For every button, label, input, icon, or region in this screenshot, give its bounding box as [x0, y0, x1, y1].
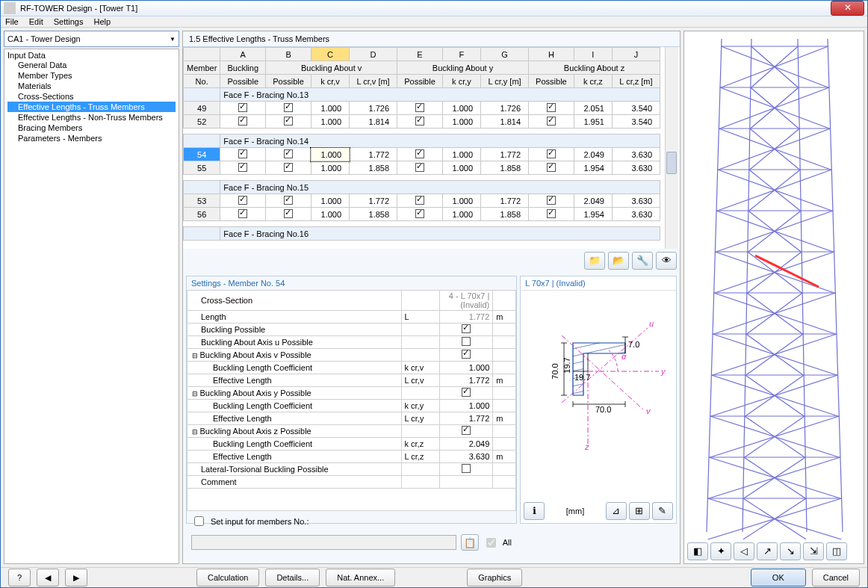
property-row[interactable]: Length L 1.772 m: [187, 311, 516, 324]
menu-file[interactable]: File: [5, 17, 19, 26]
diagram-tool-2[interactable]: ⊞: [629, 502, 650, 520]
settings-title: Settings - Member No. 54: [187, 276, 516, 290]
tree-item[interactable]: Member Types: [7, 70, 176, 81]
property-row[interactable]: Cross-Section 4 - L 70x7 | (Invalid): [187, 291, 516, 311]
main-area: CA1 - Tower Design ▼ Input Data General …: [1, 28, 867, 567]
property-row[interactable]: Buckling Length Coefficient k cr,v 1.000: [187, 362, 516, 374]
right-panel: ◧ ✦ ◁ ↗ ↘ ⇲ ◫: [683, 31, 864, 564]
next-button[interactable]: ▶: [65, 569, 87, 587]
nat-annex-button[interactable]: Nat. Annex...: [326, 569, 395, 587]
tree-item[interactable]: Bracing Members: [7, 123, 176, 133]
tool-btn-3[interactable]: 🔧: [632, 252, 653, 270]
svg-text:v: v: [646, 406, 651, 415]
property-row[interactable]: Buckling About Axis y Possible: [187, 387, 516, 400]
tree-item[interactable]: Effective Lengths - Non-Truss Members: [7, 112, 176, 123]
viewer-btn-yz[interactable]: ⇲: [803, 542, 824, 560]
property-row[interactable]: Comment: [187, 476, 516, 489]
property-row[interactable]: Buckling About Axis u Possible: [187, 336, 516, 349]
app-icon: [4, 2, 16, 14]
svg-text:z: z: [584, 442, 589, 451]
property-row[interactable]: Effective Length L cr,v 1.772 m: [187, 374, 516, 387]
members-grid[interactable]: ABCDEFGHIJMember Buckling Buckling About…: [183, 47, 660, 241]
diagram-title: L 70x7 | (Invalid): [521, 276, 676, 291]
help-button[interactable]: ?: [8, 569, 31, 587]
property-row[interactable]: Buckling About Axis z Possible: [187, 425, 516, 438]
property-row[interactable]: Effective Length L cr,y 1.772 m: [187, 412, 516, 425]
tree-item[interactable]: Materials: [7, 81, 176, 91]
viewer-btn-2[interactable]: ✦: [710, 542, 731, 560]
svg-line-32: [707, 39, 722, 532]
window-title: RF-TOWER Design - [Tower T1]: [20, 4, 831, 13]
svg-text:α: α: [621, 352, 627, 361]
section-diagram-pane: L 70x7 | (Invalid): [520, 276, 677, 524]
tree-root[interactable]: Input Data: [7, 51, 176, 60]
svg-text:u: u: [649, 319, 654, 328]
set-input-checkbox[interactable]: [194, 516, 204, 526]
menu-edit[interactable]: Edit: [29, 17, 43, 26]
tool-btn-2[interactable]: 📂: [608, 252, 629, 270]
table-row[interactable]: 56 1.0001.858 1.0001.858 1.9543.630: [184, 208, 660, 221]
title-bar: RF-TOWER Design - [Tower T1] ✕: [1, 1, 867, 16]
property-row[interactable]: Effective Length L cr,z 3.630 m: [187, 451, 516, 463]
menu-settings[interactable]: Settings: [54, 17, 84, 26]
model-viewer[interactable]: [684, 31, 864, 539]
set-input-row-2: 📋 All: [187, 531, 516, 554]
viewer-btn-3[interactable]: ◁: [734, 542, 754, 560]
viewer-btn-xz[interactable]: ↗: [757, 542, 778, 560]
table-row[interactable]: 52 1.0001.814 1.0001.814 1.9513.540: [184, 115, 660, 129]
grid-vscrollbar[interactable]: [665, 47, 678, 249]
tree-item[interactable]: Effective Lengths - Truss Members: [7, 102, 176, 112]
viewer-btn-1[interactable]: ◧: [687, 542, 708, 560]
svg-text:70.0: 70.0: [595, 405, 611, 414]
tool-btn-1[interactable]: 📁: [584, 252, 605, 270]
center-panel: 1.5 Effective Lengths - Truss Members AB…: [182, 31, 681, 564]
menu-help[interactable]: Help: [93, 17, 111, 26]
prev-button[interactable]: ◀: [37, 569, 59, 587]
case-dropdown[interactable]: CA1 - Tower Design ▼: [4, 31, 179, 47]
property-row[interactable]: Buckling About Axis v Possible: [187, 349, 516, 362]
all-label: All: [503, 538, 512, 547]
diagram-body: u v y z α: [521, 291, 676, 499]
diagram-tool-3[interactable]: ✎: [652, 502, 673, 520]
tree-item[interactable]: General Data: [7, 60, 176, 70]
ok-button[interactable]: OK: [751, 569, 806, 587]
table-row[interactable]: 49 1.0001.726 1.0001.726 2.0513.540: [184, 102, 660, 115]
property-row[interactable]: Lateral-Torsional Buckling Possible: [187, 463, 516, 476]
diagram-footer: ℹ [mm] ⊿ ⊞ ✎: [521, 499, 676, 523]
viewer-btn-iso[interactable]: ◫: [826, 542, 847, 560]
footer: ? ◀ ▶ Calculation Details... Nat. Annex.…: [1, 567, 867, 587]
svg-text:y: y: [660, 367, 666, 376]
property-row[interactable]: Buckling Length Coefficient k cr,z 2.049: [187, 438, 516, 451]
set-input-field[interactable]: [191, 535, 456, 550]
cancel-button[interactable]: Cancel: [812, 569, 860, 587]
set-input-label: Set input for members No.:: [211, 517, 309, 526]
table-row[interactable]: 54 1.0001.772 1.0001.772 2.0493.630: [184, 148, 660, 161]
diagram-tool-1[interactable]: ⊿: [606, 502, 627, 520]
graphics-button[interactable]: Graphics: [467, 569, 522, 587]
tree-item[interactable]: Parameters - Members: [7, 133, 176, 143]
properties-table[interactable]: Cross-Section 4 - L 70x7 | (Invalid) Len…: [187, 290, 516, 511]
grid-toolbar: 📁 📂 🔧 👁: [183, 249, 680, 273]
all-checkbox[interactable]: [486, 538, 496, 548]
details-button[interactable]: Details...: [265, 569, 320, 587]
svg-text:7.0: 7.0: [628, 340, 639, 349]
tree-item[interactable]: Cross-Sections: [7, 91, 176, 102]
scroll-thumb[interactable]: [666, 152, 677, 174]
table-row[interactable]: 53 1.0001.772 1.0001.772 2.0493.630: [184, 194, 660, 208]
chevron-down-icon: ▼: [170, 36, 176, 43]
set-input-row: Set input for members No.:: [187, 511, 516, 531]
nav-tree[interactable]: Input Data General DataMember TypesMater…: [4, 49, 179, 564]
close-button[interactable]: ✕: [831, 1, 864, 16]
svg-line-34: [743, 39, 751, 532]
info-button[interactable]: ℹ: [524, 502, 545, 520]
table-row[interactable]: 55 1.0001.858 1.0001.858 1.9543.630: [184, 161, 660, 175]
tool-btn-view[interactable]: 👁: [656, 252, 677, 270]
pick-members-button[interactable]: 📋: [461, 534, 479, 551]
property-row[interactable]: Buckling Possible: [187, 324, 516, 336]
calculation-button[interactable]: Calculation: [196, 569, 259, 587]
property-row[interactable]: Buckling Length Coefficient k cr,y 1.000: [187, 400, 516, 412]
bottom-split: Settings - Member No. 54 Cross-Section 4…: [183, 273, 680, 527]
grid-area[interactable]: ABCDEFGHIJMember Buckling Buckling About…: [183, 47, 680, 249]
viewer-btn-xy[interactable]: ↘: [780, 542, 801, 560]
svg-text:19.7: 19.7: [562, 358, 571, 374]
